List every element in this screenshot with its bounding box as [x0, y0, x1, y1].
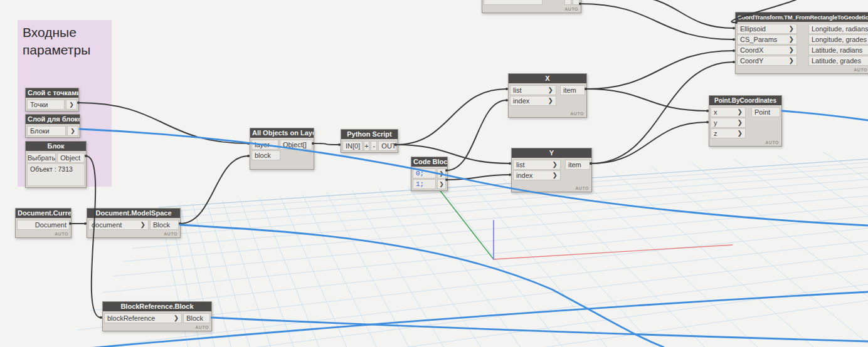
node-code-block[interactable]: Code Block 0; ❯ 1; ❯ — [411, 157, 448, 191]
wire[interactable] — [580, 4, 734, 39]
input-port-cs-params[interactable]: CS_Params ❯ — [737, 34, 797, 44]
chevron-icon: ❯ — [785, 56, 794, 65]
node-point-bycoordinates[interactable]: Point.ByCoordinates x ❯ Point y ❯ z ❯ — [709, 95, 782, 147]
node-block-select[interactable]: Блок Выбрать Object Объект : 7313 — [25, 141, 87, 188]
node-title[interactable]: Слой с точками — [26, 88, 78, 98]
input-port-layer[interactable]: layer — [251, 140, 278, 150]
node-title[interactable]: CoordTransform.TM_FromRectangleToGeodeti… — [736, 13, 868, 22]
node-y-getitem[interactable]: Y list ❯ item index ❯ AUTO — [511, 148, 592, 192]
selected-wire[interactable] — [180, 225, 664, 347]
input-port-index[interactable]: index ❯ — [513, 170, 561, 180]
output-port-longitude-radians[interactable]: Longitude, radians — [808, 24, 868, 34]
remove-input-button[interactable]: - — [371, 141, 377, 151]
output-port-latitude-radians[interactable]: Latitude, radians — [808, 45, 868, 55]
select-button[interactable]: Выбрать — [27, 153, 56, 163]
output-port-1[interactable]: ❯ — [437, 179, 446, 189]
input-port-y[interactable]: y ❯ — [711, 118, 746, 128]
input-port-block[interactable]: block — [251, 150, 280, 160]
stepper-button[interactable] — [564, 0, 571, 5]
selected-wire[interactable] — [211, 318, 868, 341]
node-coord-transform[interactable]: CoordTransform.TM_FromRectangleToGeodeti… — [735, 12, 868, 74]
node-title[interactable]: All Objects on Layer — [250, 128, 314, 138]
grid-line — [677, 37, 868, 347]
input-port-coordx[interactable]: CoordX ❯ — [737, 45, 797, 55]
code-line-2[interactable]: 1; — [413, 179, 436, 189]
node-title[interactable]: Y — [512, 148, 591, 158]
wire[interactable] — [447, 175, 510, 180]
node-title[interactable]: Document.Current — [16, 209, 71, 218]
dropdown-layer-blocks[interactable]: Блоки — [27, 126, 66, 136]
code-line-1[interactable]: 0; — [413, 168, 436, 179]
node-layer-points[interactable]: Слой с точками Точки ❯ — [25, 88, 79, 111]
input-field[interactable] — [484, 0, 542, 5]
lacing-indicator[interactable]: AUTO — [16, 230, 70, 237]
output-port-point[interactable]: Point — [751, 107, 780, 117]
wire[interactable] — [627, 0, 734, 28]
node-document-current[interactable]: Document.Current Document AUTO — [15, 208, 71, 238]
input-port-z[interactable]: z ❯ — [711, 128, 746, 138]
node-partial-top[interactable]: AUTO — [482, 0, 581, 13]
output-port-block[interactable]: Block — [150, 220, 179, 230]
input-port-x[interactable]: x ❯ — [711, 107, 746, 117]
wire[interactable] — [591, 122, 707, 163]
output-port-longitude-grades[interactable]: Longitude, grades — [808, 34, 868, 44]
node-x-getitem[interactable]: X list ❯ item index ❯ AUTO — [508, 73, 587, 118]
output-port-out[interactable]: OUT — [378, 141, 396, 151]
dropdown-layer-points[interactable]: Точки — [27, 100, 65, 110]
lacing-indicator[interactable]: AUTO — [736, 66, 868, 73]
wire[interactable] — [447, 100, 507, 170]
chevron-icon: ❯ — [549, 160, 558, 169]
input-port-in0[interactable]: IN[0] — [342, 141, 363, 151]
wire[interactable] — [586, 89, 707, 111]
input-port-blockreference[interactable]: blockReference ❯ — [104, 313, 182, 323]
output-port-item[interactable]: item — [565, 160, 590, 170]
node-python-script[interactable]: Python Script IN[0] + - OUT — [341, 129, 398, 153]
output-port-item[interactable]: item — [560, 85, 585, 95]
lacing-indicator[interactable]: AUTO — [512, 185, 591, 191]
grid-line — [91, 34, 868, 311]
output-port-document[interactable]: Document — [17, 220, 70, 230]
node-title[interactable]: X — [509, 74, 586, 83]
output-port-layer-blocks[interactable]: ❯ — [67, 126, 78, 136]
node-title[interactable]: Слой для блоков — [26, 115, 80, 124]
port-label: y — [714, 118, 717, 127]
dynamo-canvas[interactable]: Входные параметры Слой с точками Точки ❯… — [0, 0, 868, 347]
wire[interactable] — [313, 143, 339, 145]
input-port-document[interactable]: document ❯ — [88, 220, 149, 230]
node-title[interactable]: Code Block — [411, 157, 447, 167]
node-title[interactable]: BlockReference.Block — [103, 302, 211, 311]
node-title[interactable]: Point.ByCoordinates — [709, 96, 781, 105]
wire[interactable] — [586, 51, 734, 89]
node-title[interactable]: Document.ModelSpace — [87, 209, 180, 218]
selected-wire[interactable] — [782, 111, 868, 120]
wire[interactable] — [180, 156, 248, 224]
port-label: z — [714, 129, 717, 138]
input-port-coordy[interactable]: CoordY ❯ — [737, 56, 797, 66]
input-port-index[interactable]: index ❯ — [510, 96, 556, 106]
chevron-icon: ❯ — [170, 314, 179, 323]
node-all-objects-on-layer[interactable]: All Objects on Layer layer Object[] bloc… — [250, 128, 314, 170]
input-port-ellipsoid[interactable]: Ellipsoid ❯ — [737, 24, 797, 34]
node-layer-blocks[interactable]: Слой для блоков Блоки ❯ — [25, 114, 80, 138]
output-port-object[interactable]: Object — [57, 153, 85, 163]
grid-line — [393, 56, 868, 347]
node-document-modelspace[interactable]: Document.ModelSpace document ❯ Block AUT… — [87, 208, 181, 238]
input-port-list[interactable]: list ❯ — [513, 160, 561, 170]
lacing-indicator[interactable]: AUTO — [710, 139, 781, 145]
lacing-indicator[interactable]: AUTO — [103, 324, 211, 330]
lacing-indicator[interactable]: AUTO — [509, 110, 586, 117]
lacing-indicator[interactable]: AUTO — [88, 230, 179, 237]
output-port-latitude-grades[interactable]: Latitude, grades — [808, 56, 868, 66]
output-port-objects[interactable]: Object[] — [280, 140, 312, 150]
wire[interactable] — [396, 89, 507, 145]
node-title[interactable]: Python Script — [341, 130, 398, 139]
stepper-button[interactable] — [573, 0, 580, 5]
output-port-block[interactable]: Block — [183, 313, 210, 323]
lacing-indicator[interactable]: AUTO — [483, 6, 580, 12]
output-port-layer-points[interactable]: ❯ — [66, 100, 77, 110]
node-title[interactable]: Блок — [26, 142, 86, 151]
output-port-0[interactable]: ❯ — [437, 168, 446, 179]
input-port-list[interactable]: list ❯ — [510, 85, 556, 95]
add-input-button[interactable]: + — [364, 141, 370, 151]
node-blockreference-block[interactable]: BlockReference.Block blockReference ❯ Bl… — [102, 301, 212, 331]
